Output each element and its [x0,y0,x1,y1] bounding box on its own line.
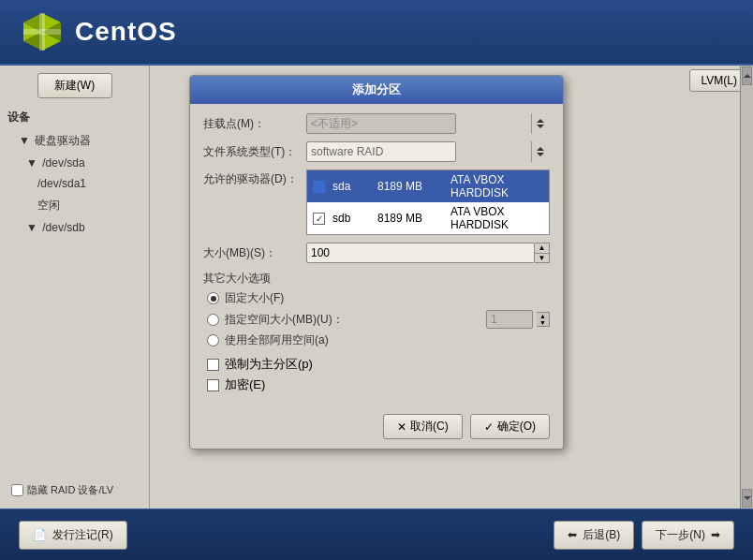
fs-type-row: 文件系统类型(T)： [203,141,550,162]
dialog-overlay: 添加分区 挂载点(M)： 文件系统类型(T)： [0,66,753,508]
svg-rect-14 [23,29,61,35]
specify-size-row[interactable]: 指定空间大小(MB)(U)： ▲ ▼ [203,310,550,329]
drive-item-sda[interactable]: sda 8189 MB ATA VBOX HARDDISK [307,170,549,202]
other-size-label: 其它大小选项 [203,271,550,287]
size-label: 大小(MB)(S)： [203,245,306,261]
release-notes-button[interactable]: 📄 发行注记(R) [19,521,127,550]
mount-point-row: 挂载点(M)： [203,113,550,134]
size-spinbox: ▲ ▼ [306,243,550,263]
release-notes-label: 发行注记(R) [52,527,113,543]
force-primary-checkbox[interactable] [207,359,219,371]
next-button[interactable]: 下一步(N) ➡ [642,521,734,550]
use-all-radio[interactable] [207,334,219,346]
confirm-button[interactable]: ✓ 确定(O) [470,414,550,439]
drive-model-sda: ATA VBOX HARDDISK [450,173,543,199]
mount-point-label: 挂载点(M)： [203,116,306,132]
fs-type-input[interactable] [306,141,456,162]
drive-checkbox-sdb[interactable] [313,213,325,225]
fs-select-arrow-up-icon [537,147,544,151]
force-primary-label: 强制为主分区(p) [225,356,313,373]
drive-name-sda: sda [332,180,370,193]
fs-type-select-wrap [306,141,550,162]
nav-buttons: ⬅ 后退(B) 下一步(N) ➡ [554,521,734,550]
use-all-row[interactable]: 使用全部阿用空间(a) [203,332,550,348]
fixed-size-label: 固定大小(F) [225,290,550,306]
fs-select-arrow-down-icon [537,153,544,156]
mount-point-wrap [306,113,550,134]
cancel-icon: ✕ [397,420,406,434]
fs-type-wrap [306,141,550,162]
specify-size-input-wrap: ▲ ▼ [486,310,550,329]
drive-model-sdb: ATA VBOX HARDDISK [450,205,543,231]
back-icon: ⬅ [568,528,577,541]
add-partition-dialog: 添加分区 挂载点(M)： 文件系统类型(T)： [189,75,564,449]
size-input[interactable] [306,243,535,263]
dialog-title: 添加分区 [190,76,563,104]
next-icon: ➡ [711,528,720,541]
encrypt-label: 加密(E) [225,376,265,393]
drive-size-sda: 8189 MB [377,180,443,193]
specify-size-input [486,310,533,329]
fs-type-arrow[interactable] [531,141,548,162]
drive-name-sdb: sdb [332,212,370,225]
allowed-drives-row: 允许的驱动器(D)： sda 8189 MB ATA VBOX HARDDISK [203,169,550,235]
confirm-icon: ✓ [484,420,494,434]
mount-point-input [306,113,456,134]
specify-spinbox-buttons: ▲ ▼ [537,312,550,327]
size-spinbox-up[interactable]: ▲ [535,243,549,254]
dialog-body: 挂载点(M)： 文件系统类型(T)： [190,104,563,406]
size-spinbox-down[interactable]: ▼ [535,254,549,263]
specify-size-radio[interactable] [207,314,219,326]
drive-item-sdb[interactable]: sdb 8189 MB ATA VBOX HARDDISK [307,202,549,234]
size-spinbox-buttons: ▲ ▼ [535,243,550,263]
drive-checkbox-sda[interactable] [313,181,325,193]
force-primary-row[interactable]: 强制为主分区(p) [203,356,550,373]
mount-point-arrow [531,113,548,134]
cancel-label: 取消(C) [410,419,449,435]
header: CentOS [0,0,753,66]
dialog-buttons: ✕ 取消(C) ✓ 确定(O) [190,406,563,449]
back-label: 后退(B) [583,527,620,543]
centos-logo-icon [19,8,66,55]
select-arrow-up-icon [537,119,544,123]
specify-spinbox-down: ▼ [537,319,549,326]
drives-list-wrap: sda 8189 MB ATA VBOX HARDDISK sdb 8189 M… [306,169,550,235]
logo-text: CentOS [75,17,177,47]
encrypt-row[interactable]: 加密(E) [203,376,550,393]
use-all-label: 使用全部阿用空间(a) [225,332,550,348]
fixed-size-radio[interactable] [207,292,219,304]
specify-spinbox-up: ▲ [537,313,549,319]
bottom-bar: 📄 发行注记(R) ⬅ 后退(B) 下一步(N) ➡ [0,508,753,560]
select-arrow-down-icon [537,125,544,128]
other-size-options: 其它大小选项 固定大小(F) 指定空间大小(MB)(U)： ▲ ▼ [203,271,550,348]
specify-size-label: 指定空间大小(MB)(U)： [225,312,480,328]
confirm-label: 确定(O) [497,419,536,435]
back-button[interactable]: ⬅ 后退(B) [554,521,634,550]
drives-list[interactable]: sda 8189 MB ATA VBOX HARDDISK sdb 8189 M… [306,169,550,235]
mount-point-select-wrap [306,113,550,134]
cancel-button[interactable]: ✕ 取消(C) [383,414,463,439]
fs-type-label: 文件系统类型(T)： [203,144,306,160]
encrypt-checkbox[interactable] [207,379,219,391]
release-notes-icon: 📄 [33,528,47,541]
drive-size-sdb: 8189 MB [377,212,443,225]
next-label: 下一步(N) [656,527,705,543]
size-row: 大小(MB)(S)： ▲ ▼ [203,243,550,263]
allowed-drives-label: 允许的驱动器(D)： [203,169,306,187]
fixed-size-row[interactable]: 固定大小(F) [203,290,550,306]
logo: CentOS [19,8,177,55]
